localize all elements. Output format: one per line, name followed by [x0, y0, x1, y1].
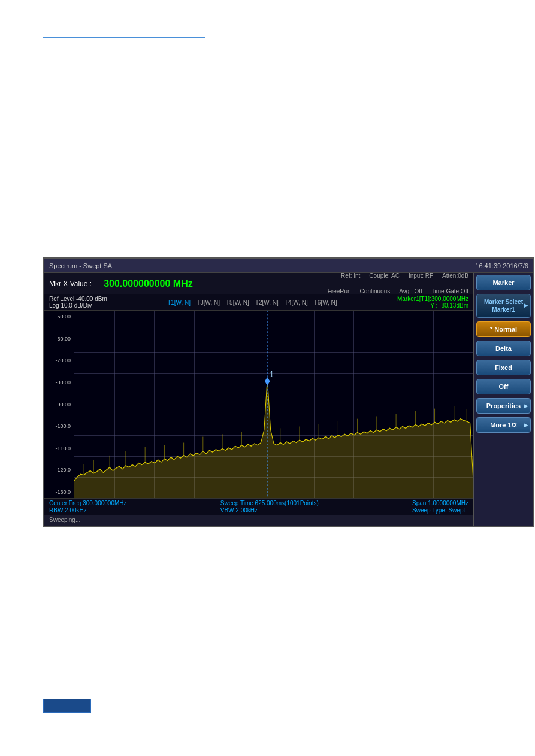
title-bar: Spectrum - Swept SA 16:41:39 2016/7/6: [44, 259, 533, 273]
y-label-80: -80.00: [46, 379, 73, 385]
svg-marker-0: [74, 379, 473, 498]
y-label-130: -130.0: [46, 489, 73, 495]
info-left: Ref Level -40.00 dBm Log 10.0 dB/Div: [49, 296, 107, 309]
display-area: Mkr X Value : 300.000000000 MHz Ref: Int…: [44, 273, 473, 526]
instrument-datetime: 16:41:39 2016/7/6: [475, 262, 528, 269]
chart-area: -50.00 -60.00 -70.00 -80.00 -90.00 -100.…: [44, 311, 473, 498]
main-content: Mkr X Value : 300.000000000 MHz Ref: Int…: [44, 273, 533, 526]
y-label-120: -120.0: [46, 467, 73, 473]
sweep-type: Sweep Type: Swept: [412, 507, 468, 514]
vbw: VBW 2.00kHz: [220, 507, 319, 514]
properties-button[interactable]: Properities: [476, 398, 531, 414]
y-label-110: -110.0: [46, 445, 73, 451]
avg-off: Avg : Off: [399, 288, 422, 294]
instrument-title: Spectrum - Swept SA: [49, 262, 112, 269]
status-text: Sweeping...: [49, 517, 80, 523]
marker-select-label: Marker Select: [479, 298, 528, 306]
status-bar: Sweeping...: [44, 515, 473, 526]
atten: Atten:0dB: [442, 272, 468, 279]
delta-button[interactable]: Delta: [476, 341, 531, 356]
marker-y: Y : -80.13dBm: [397, 302, 468, 309]
chart-inner: 1: [74, 311, 473, 498]
instrument-panel: Spectrum - Swept SA 16:41:39 2016/7/6 Mk…: [43, 257, 534, 527]
fixed-button[interactable]: Fixed: [476, 360, 531, 375]
mkr-value: 300.000000000 MHz: [104, 278, 316, 289]
bottom-right: Span 1.0000000MHz Sweep Type: Swept: [412, 500, 468, 514]
svg-marker-24: [265, 377, 270, 385]
ref-int: Ref: Int: [341, 272, 360, 279]
ref-level: Ref Level -40.00 dBm: [49, 296, 107, 302]
trace-t5: T5[W, N]: [226, 299, 249, 306]
y-label-50: -50.00: [46, 314, 73, 320]
y-axis: -50.00 -60.00 -70.00 -80.00 -90.00 -100.…: [44, 311, 74, 498]
marker-select-value: Marker1: [479, 306, 528, 314]
span: Span 1.0000000MHz: [412, 500, 468, 506]
y-label-60: -60.00: [46, 336, 73, 342]
y-label-70: -70.00: [46, 357, 73, 363]
input-rf: Input: RF: [409, 272, 433, 279]
y-label-90: -90.00: [46, 402, 73, 408]
bottom-info: Center Freq 300.000000MHz RBW 2.00kHz Sw…: [44, 498, 473, 515]
bottom-left: Center Freq 300.000000MHz RBW 2.00kHz: [49, 500, 127, 514]
trace-t1: T1[W, N]: [167, 299, 191, 306]
top-decorative-line: [43, 37, 205, 38]
marker-select-button[interactable]: Marker Select Marker1: [476, 294, 531, 318]
trace-t3: T3[W, N]: [197, 299, 220, 306]
info-row: Ref Level -40.00 dBm Log 10.0 dB/Div T1[…: [44, 294, 473, 311]
blue-rectangle: [43, 699, 91, 713]
more-button[interactable]: More 1/2: [476, 417, 531, 433]
rbw: RBW 2.00kHz: [49, 507, 127, 514]
marker-button[interactable]: Marker: [476, 275, 531, 290]
couple-ac: Couple: AC: [369, 272, 400, 279]
center-freq: Center Freq 300.000000MHz: [49, 500, 127, 506]
off-button[interactable]: Off: [476, 379, 531, 394]
mkr-params: Ref: Int Couple: AC Input: RF Atten:0dB …: [328, 272, 468, 294]
continuous: Continuous: [360, 288, 391, 294]
normal-button[interactable]: * Normal: [476, 321, 531, 337]
spectrum-display: Ref Level -40.00 dBm Log 10.0 dB/Div T1[…: [44, 294, 473, 515]
trace-t4: T4[W, N]: [285, 299, 308, 306]
spectrum-svg: 1: [74, 311, 473, 498]
marker-freq: Marker1[T1]:300.0000MHz: [397, 296, 468, 302]
time-gate: Time Gate:Off: [431, 288, 468, 294]
right-panel: Marker Marker Select Marker1 * Normal De…: [473, 273, 533, 526]
log-div: Log 10.0 dB/Div: [49, 302, 107, 309]
svg-text:1: 1: [270, 370, 274, 379]
y-label-100: -100.0: [46, 423, 73, 429]
bottom-center: Sweep Time 625.000ms(1001Points) VBW 2.0…: [220, 500, 319, 514]
mkr-label: Mkr X Value :: [49, 280, 92, 288]
sweep-time: Sweep Time 625.000ms(1001Points): [220, 500, 319, 506]
trace-labels: T1[W, N] T3[W, N] T5[W, N] T2[W, N] T4[W…: [167, 296, 337, 309]
trace-t2: T2[W, N]: [255, 299, 279, 306]
mkr-row: Mkr X Value : 300.000000000 MHz Ref: Int…: [44, 273, 473, 294]
marker-info: Marker1[T1]:300.0000MHz Y : -80.13dBm: [397, 296, 468, 309]
trace-t6: T6[W, N]: [314, 299, 337, 306]
freerun: FreeRun: [328, 288, 351, 294]
